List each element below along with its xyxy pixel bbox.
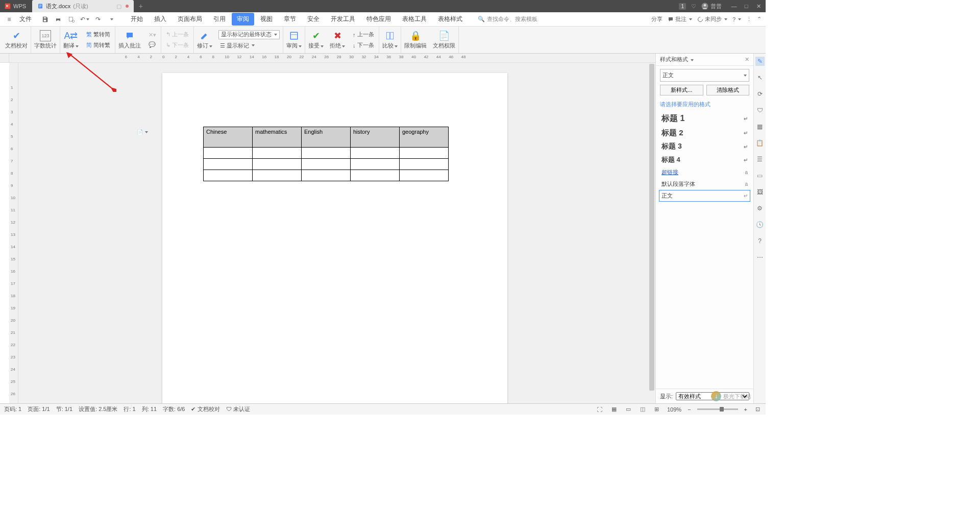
search-placeholder[interactable]: 查找命令、搜索模板 — [487, 15, 537, 23]
clear-format-button[interactable]: 清除格式 — [706, 85, 750, 95]
user-avatar[interactable]: 普普 — [701, 3, 722, 10]
status-line[interactable]: 行: 1 — [124, 405, 135, 413]
rail-image-icon[interactable]: 🖼 — [755, 187, 765, 197]
table-cell[interactable] — [204, 170, 253, 181]
table-cell[interactable] — [253, 159, 302, 170]
page[interactable]: 📄 ChinesemathematicsEnglishhistorygeogra… — [162, 73, 507, 403]
redo-icon[interactable]: ↷ — [93, 14, 103, 25]
rail-grid-icon[interactable]: ▦ — [755, 122, 765, 131]
panel-close-icon[interactable]: ✕ — [745, 56, 749, 63]
table-header[interactable]: geography — [400, 127, 449, 148]
translate-button[interactable]: A⇄ 翻译 — [60, 27, 82, 53]
proof-button[interactable]: ✔ 文档校对 — [2, 27, 31, 53]
rail-sync-icon[interactable]: ⟳ — [755, 89, 765, 99]
file-menu[interactable]: 文件 — [16, 14, 35, 25]
new-tab-button[interactable]: + — [134, 2, 148, 10]
table-header[interactable]: Chinese — [204, 127, 253, 148]
status-proof[interactable]: ✔ 文档校对 — [191, 405, 219, 413]
table-cell[interactable] — [351, 159, 400, 170]
view-read-icon[interactable]: ⊞ — [653, 405, 661, 414]
sync-button[interactable]: 未同步 — [697, 15, 727, 23]
help-icon[interactable]: ? — [732, 16, 741, 22]
fanjian-button[interactable]: 繁繁转简 — [85, 30, 112, 39]
tab-视图[interactable]: 视图 — [255, 13, 278, 26]
tab-monitor-icon[interactable]: ▢ — [116, 3, 121, 10]
zoom-value[interactable]: 109% — [667, 406, 681, 413]
view-print-icon[interactable]: ▦ — [610, 405, 618, 414]
new-style-button[interactable]: 新样式... — [660, 85, 703, 95]
table-cell[interactable] — [400, 170, 449, 181]
zoom-out-icon[interactable]: − — [688, 406, 691, 413]
annotate-button[interactable]: 批注 — [668, 15, 692, 23]
notification-badge[interactable]: 1 — [679, 3, 686, 10]
status-col[interactable]: 列: 11 — [142, 405, 157, 413]
rail-more-icon[interactable]: ⋯ — [755, 253, 765, 262]
compare-button[interactable]: 比较 — [379, 27, 401, 53]
tab-表格工具[interactable]: 表格工具 — [397, 13, 432, 26]
tab-页面布局[interactable]: 页面布局 — [173, 13, 207, 26]
view-web-icon[interactable]: ▭ — [624, 405, 632, 414]
markup-dropdown[interactable]: 显示标记的最终状态 — [218, 30, 280, 39]
delete-comment-icon[interactable]: ✕▾ — [147, 31, 158, 39]
vertical-ruler[interactable]: 1234567891011121314151617181920212223242… — [9, 63, 18, 403]
style-item[interactable]: 标题 3↵ — [659, 140, 750, 153]
rail-styles-icon[interactable]: ✎ — [755, 57, 765, 66]
scrollbar-thumb[interactable] — [649, 64, 654, 391]
table-cell[interactable] — [302, 159, 351, 170]
rail-shield-icon[interactable]: 🛡 — [755, 106, 765, 115]
current-style-dropdown[interactable]: 正文 — [660, 69, 749, 82]
rail-help-icon[interactable]: ? — [755, 236, 765, 246]
table-cell[interactable] — [400, 159, 449, 170]
tab-审阅[interactable]: 审阅 — [232, 13, 254, 26]
close-window-button[interactable]: ✕ — [755, 3, 762, 10]
document-tab[interactable]: 语文.docx (只读) ▢ — [32, 0, 134, 12]
status-verify[interactable]: 🛡 未认证 — [226, 405, 250, 413]
wordcount-button[interactable]: 123 字数统计 — [31, 27, 60, 53]
rail-settings-icon[interactable]: ⚙ — [755, 204, 765, 213]
style-item[interactable]: 标题 2↵ — [659, 126, 750, 140]
insert-comment-button[interactable]: 插入批注 — [115, 27, 144, 53]
tab-开发工具[interactable]: 开发工具 — [326, 13, 360, 26]
status-position[interactable]: 设置值: 2.5厘米 — [79, 405, 117, 413]
table-cell[interactable] — [204, 148, 253, 159]
tab-安全[interactable]: 安全 — [302, 13, 325, 26]
rail-clock-icon[interactable]: 🕓 — [755, 220, 765, 229]
save-icon[interactable] — [40, 14, 50, 25]
restrict-button[interactable]: 🔒 限制编辑 — [401, 27, 430, 53]
table-cell[interactable] — [351, 148, 400, 159]
table-cell[interactable] — [400, 148, 449, 159]
tab-章节[interactable]: 章节 — [279, 13, 301, 26]
qat-dropdown-icon[interactable] — [106, 14, 116, 25]
tab-表格样式[interactable]: 表格样式 — [433, 13, 468, 26]
table-cell[interactable] — [351, 170, 400, 181]
section-menu-icon[interactable]: 📄 — [137, 129, 148, 135]
view-fullscreen-icon[interactable]: ⛶ — [596, 405, 604, 414]
view-outline-icon[interactable]: ◫ — [639, 405, 647, 414]
style-item[interactable]: 标题 4↵ — [659, 153, 750, 166]
table-cell[interactable] — [302, 170, 351, 181]
share-button[interactable]: 分享 — [651, 15, 663, 23]
zoom-slider[interactable] — [697, 408, 738, 410]
print-preview-icon[interactable] — [66, 14, 77, 25]
rail-clipboard-icon[interactable]: 📋 — [755, 138, 765, 148]
tab-特色应用[interactable]: 特色应用 — [361, 13, 396, 26]
table-header[interactable]: history — [351, 127, 400, 148]
status-page-of[interactable]: 页面: 1/1 — [28, 405, 50, 413]
hamburger-icon[interactable]: ≡ — [4, 14, 14, 25]
doc-perm-button[interactable]: 📄 文档权限 — [430, 27, 459, 53]
fit-icon[interactable]: ⊡ — [753, 405, 762, 414]
status-page[interactable]: 页码: 1 — [4, 405, 21, 413]
review-pane-button[interactable]: 审阅 — [283, 27, 305, 53]
comment-icon-small[interactable]: 💬 — [147, 41, 158, 49]
prev-change-button[interactable]: ↑上一条 — [351, 30, 376, 39]
accept-button[interactable]: ✔ 接受 — [305, 27, 327, 53]
style-item[interactable]: 正文↵ — [659, 190, 750, 202]
heart-icon[interactable]: ♡ — [691, 3, 696, 10]
horizontal-ruler[interactable]: 6420246810121416182022242628303234363840… — [9, 54, 766, 62]
rail-layers-icon[interactable]: ☰ — [755, 155, 765, 164]
next-change-button[interactable]: ↓下一条 — [351, 41, 376, 50]
reject-button[interactable]: ✖ 拒绝 — [327, 27, 348, 53]
undo-icon[interactable]: ↶ — [80, 14, 90, 25]
tab-引用[interactable]: 引用 — [208, 13, 231, 26]
status-chars[interactable]: 字数: 6/6 — [163, 405, 185, 413]
